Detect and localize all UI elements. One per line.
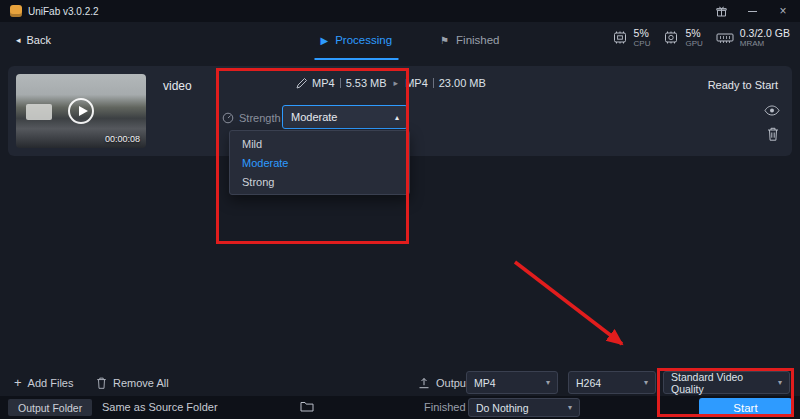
tab-finished-label: Finished: [456, 34, 499, 46]
folder-icon[interactable]: [300, 401, 314, 412]
divider: [340, 78, 341, 88]
stat-mram: 0.3/2.0 GB MRAM: [716, 27, 790, 48]
output-format-value: MP4: [474, 377, 496, 389]
window-controls: ×: [714, 4, 790, 18]
annotation-arrow-icon: [500, 250, 650, 365]
preview-eye-icon[interactable]: [764, 105, 780, 116]
unifab-window: UniFab v3.0.2.2 × ◂ Back ▶ Processing ⚑ …: [0, 0, 800, 419]
app-logo-icon: [10, 5, 22, 17]
tab-finished[interactable]: ⚑ Finished: [434, 22, 505, 60]
back-button[interactable]: ◂ Back: [16, 34, 51, 46]
chevron-up-icon: ▴: [395, 113, 399, 122]
thumbnail-photo: [26, 104, 52, 120]
resource-stats: 5% CPU 5% GPU 0.3/2.0 GB MRA: [612, 27, 790, 48]
flag-icon: ⚑: [440, 35, 449, 46]
header: ◂ Back ▶ Processing ⚑ Finished 5% CPU: [0, 22, 800, 60]
chevron-down-icon: ▾: [546, 378, 550, 387]
trash-icon: [96, 377, 107, 389]
tab-bar: ▶ Processing ⚑ Finished: [314, 22, 505, 60]
target-format: MP4: [405, 77, 428, 89]
finished-action-select[interactable]: Do Nothing ▾: [468, 398, 580, 417]
delete-icon[interactable]: [767, 127, 779, 141]
play-icon: [68, 98, 94, 124]
stat-gpu: 5% GPU: [663, 27, 702, 48]
divider: [433, 78, 434, 88]
gpu-usage-label: GPU: [685, 39, 702, 48]
quality-value: Standard Video Quality: [671, 371, 774, 395]
titlebar: UniFab v3.0.2.2 ×: [0, 0, 800, 22]
format-info: MP4 5.53 MB ▸ MP4 23.00 MB: [296, 77, 486, 89]
output-folder-value: Same as Source Folder: [102, 401, 218, 413]
tab-processing-label: Processing: [335, 34, 392, 46]
back-label: Back: [27, 34, 51, 46]
file-name: video: [163, 79, 192, 93]
target-size: 23.00 MB: [439, 77, 486, 89]
back-chevron-icon: ◂: [16, 35, 21, 45]
video-thumbnail[interactable]: 00:00:08: [16, 74, 146, 148]
chevron-down-icon: ▾: [778, 378, 782, 387]
app-title: UniFab v3.0.2.2: [28, 6, 99, 17]
codec-select[interactable]: H264 ▾: [568, 371, 656, 394]
video-duration: 00:00:08: [105, 134, 140, 144]
strength-icon: [222, 112, 234, 124]
chevron-down-icon: ▾: [644, 378, 648, 387]
bottom-bar: Output Folder Same as Source Folder Fini…: [0, 396, 800, 419]
mram-usage-label: MRAM: [740, 39, 764, 48]
arrow-right-icon: ▸: [392, 78, 401, 88]
cpu-usage-value: 5%: [634, 27, 649, 39]
app-identity: UniFab v3.0.2.2: [10, 5, 99, 17]
stat-cpu: 5% CPU: [612, 27, 651, 48]
edit-icon[interactable]: [296, 78, 307, 89]
strength-label: Strength: [239, 112, 281, 124]
tab-processing[interactable]: ▶ Processing: [314, 22, 398, 60]
plus-icon: +: [14, 375, 22, 390]
mram-usage-value: 0.3/2.0 GB: [740, 27, 790, 39]
dropdown-option-strong[interactable]: Strong: [230, 172, 409, 191]
strength-label-group: Strength: [222, 112, 281, 124]
add-files-button[interactable]: + Add Files: [14, 371, 73, 394]
memory-icon: [716, 31, 734, 44]
add-files-label: Add Files: [28, 377, 74, 389]
output-label-group: Output: [418, 371, 469, 394]
output-format-select[interactable]: MP4 ▾: [466, 371, 558, 394]
cpu-usage-label: CPU: [634, 39, 651, 48]
gpu-chip-icon: [663, 31, 679, 44]
quality-select[interactable]: Standard Video Quality ▾: [663, 371, 790, 394]
remove-all-label: Remove All: [113, 377, 169, 389]
remove-all-button[interactable]: Remove All: [96, 371, 169, 394]
codec-value: H264: [576, 377, 601, 389]
close-icon[interactable]: ×: [776, 4, 790, 18]
source-format: MP4: [312, 77, 335, 89]
dropdown-option-moderate[interactable]: Moderate: [230, 153, 409, 172]
output-label: Output: [436, 377, 469, 389]
strength-selected-value: Moderate: [291, 111, 337, 123]
gpu-usage-value: 5%: [685, 27, 700, 39]
dropdown-option-mild[interactable]: Mild: [230, 134, 409, 153]
strength-dropdown-panel: Mild Moderate Strong: [229, 130, 410, 195]
chevron-down-icon: ▾: [568, 403, 572, 412]
start-button[interactable]: Start: [699, 398, 792, 417]
status-text: Ready to Start: [708, 79, 778, 91]
cpu-chip-icon: [612, 31, 628, 44]
minimize-icon[interactable]: [745, 4, 759, 18]
output-folder-button[interactable]: Output Folder: [8, 399, 92, 416]
gift-icon[interactable]: [714, 4, 728, 18]
source-size: 5.53 MB: [346, 77, 387, 89]
play-circle-icon: ▶: [320, 35, 328, 46]
output-icon: [418, 377, 430, 389]
finished-label: Finished: [424, 401, 466, 413]
finished-action-value: Do Nothing: [476, 402, 529, 414]
strength-select[interactable]: Moderate ▴: [282, 105, 408, 129]
